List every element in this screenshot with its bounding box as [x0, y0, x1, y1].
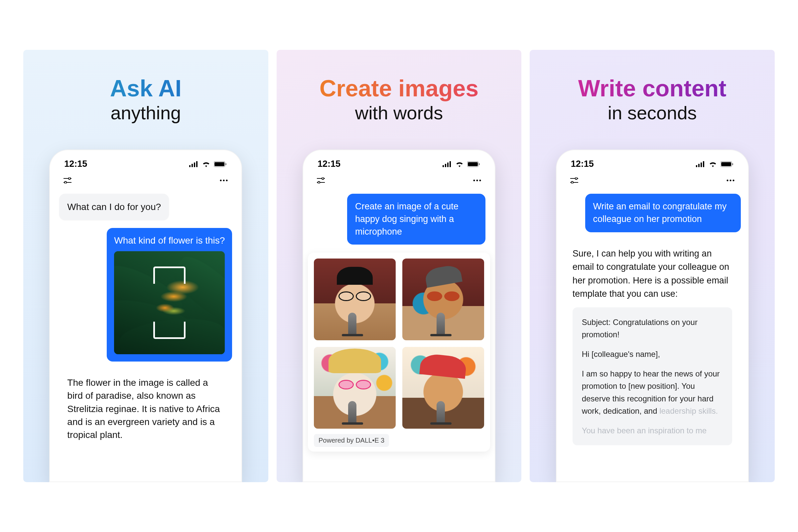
chat: Write an email to congratulate my collea… — [556, 188, 749, 482]
panel-ask-ai: Ask AI anything 12:15 — [23, 50, 268, 482]
crop-marks-icon — [114, 251, 225, 354]
svg-rect-31 — [703, 161, 704, 167]
svg-point-26 — [477, 180, 478, 182]
wifi-icon — [708, 161, 717, 167]
svg-rect-29 — [698, 164, 700, 167]
wifi-icon — [455, 161, 464, 167]
headline-subtitle: with words — [277, 102, 522, 124]
svg-rect-34 — [732, 163, 733, 165]
settings-icon[interactable] — [316, 177, 326, 184]
toolbar — [556, 172, 749, 188]
svg-rect-30 — [701, 163, 702, 167]
svg-rect-20 — [479, 163, 480, 165]
svg-point-24 — [318, 182, 320, 184]
chat: What can I do for you? What kind of flow… — [49, 188, 242, 482]
headline-subtitle: in seconds — [530, 102, 775, 124]
svg-rect-5 — [215, 162, 224, 166]
generated-image[interactable] — [314, 259, 396, 340]
status-time: 12:15 — [64, 159, 87, 169]
svg-rect-16 — [447, 163, 448, 167]
phone-mock: 12:15 — [49, 150, 242, 482]
status-icons — [443, 161, 480, 167]
image-attribution: Powered by DALL•E 3 — [314, 434, 389, 447]
image-grid — [314, 259, 484, 429]
svg-rect-28 — [696, 165, 697, 167]
status-icons — [696, 161, 734, 167]
svg-rect-19 — [468, 162, 478, 166]
svg-point-41 — [732, 180, 734, 182]
settings-icon[interactable] — [62, 177, 73, 184]
headline-title: Write content — [530, 76, 775, 101]
email-body-fade: You have been an inspiration to me — [582, 424, 723, 437]
generated-image[interactable] — [402, 259, 484, 340]
headline-title: Ask AI — [23, 76, 268, 101]
svg-point-13 — [226, 180, 228, 182]
chat: Create an image of a cute happy dog sing… — [302, 188, 496, 482]
svg-rect-15 — [445, 164, 446, 167]
svg-point-37 — [575, 177, 577, 179]
ai-intro-text: Sure, I can help you with writing an ema… — [573, 247, 732, 301]
email-subject: Subject: Congratulations on your promoti… — [582, 316, 723, 341]
battery-icon — [721, 161, 734, 167]
settings-icon[interactable] — [569, 177, 579, 184]
email-body: I am so happy to hear the news of your p… — [582, 367, 723, 417]
wifi-icon — [202, 161, 210, 167]
svg-rect-0 — [189, 165, 190, 167]
more-icon[interactable] — [472, 177, 482, 184]
svg-rect-14 — [443, 165, 444, 167]
svg-point-12 — [223, 180, 225, 182]
panel-write-content: Write content in seconds 12:15 — [530, 50, 775, 482]
status-time: 12:15 — [318, 159, 340, 169]
user-image-message: What kind of flower is this? — [107, 228, 232, 362]
user-prompt: Write an email to congratulate my collea… — [585, 194, 741, 232]
status-bar: 12:15 — [49, 150, 242, 172]
svg-rect-17 — [449, 161, 451, 167]
svg-rect-33 — [721, 162, 731, 166]
generated-image[interactable] — [402, 347, 484, 429]
phone-mock: 12:15 — [556, 150, 749, 482]
svg-point-23 — [322, 177, 324, 179]
signal-icon — [443, 161, 452, 167]
headline-subtitle: anything — [23, 102, 268, 124]
svg-rect-3 — [196, 161, 198, 167]
generated-image[interactable] — [314, 347, 396, 429]
svg-point-10 — [64, 182, 67, 184]
phone-mock: 12:15 — [302, 150, 496, 482]
headline: Ask AI anything — [23, 76, 268, 124]
more-icon[interactable] — [725, 177, 736, 184]
signal-icon — [189, 161, 199, 167]
svg-point-38 — [571, 182, 573, 184]
svg-point-25 — [474, 180, 475, 182]
status-time: 12:15 — [571, 159, 594, 169]
app-store-screenshots: Ask AI anything 12:15 — [0, 0, 798, 532]
image-results: Powered by DALL•E 3 — [308, 252, 490, 452]
battery-icon — [214, 161, 227, 167]
user-prompt: Create an image of a cute happy dog sing… — [347, 194, 485, 245]
svg-point-40 — [729, 180, 731, 182]
status-icons — [189, 161, 227, 167]
email-template: Subject: Congratulations on your promoti… — [573, 307, 732, 445]
ai-answer: The flower in the image is called a bird… — [59, 369, 232, 448]
ai-response: Sure, I can help you with writing an ema… — [564, 239, 741, 452]
uploaded-photo — [114, 251, 225, 354]
user-prompt-text: What kind of flower is this? — [114, 235, 225, 246]
svg-point-11 — [220, 180, 222, 182]
svg-rect-6 — [225, 163, 226, 165]
status-bar: 12:15 — [302, 150, 496, 172]
email-greeting: Hi [colleague's name], — [582, 348, 723, 360]
headline: Write content in seconds — [530, 76, 775, 124]
signal-icon — [696, 161, 705, 167]
ai-message: What can I do for you? — [59, 194, 169, 220]
svg-point-27 — [480, 180, 481, 182]
svg-rect-2 — [194, 163, 195, 167]
svg-rect-1 — [191, 164, 193, 167]
panel-create-images: Create images with words 12:15 — [277, 50, 522, 482]
headline: Create images with words — [277, 76, 522, 124]
battery-icon — [467, 161, 480, 167]
more-icon[interactable] — [219, 177, 229, 184]
svg-point-9 — [69, 177, 71, 179]
status-bar: 12:15 — [556, 150, 749, 172]
toolbar — [49, 172, 242, 188]
headline-title: Create images — [277, 76, 522, 101]
svg-point-39 — [726, 180, 728, 182]
